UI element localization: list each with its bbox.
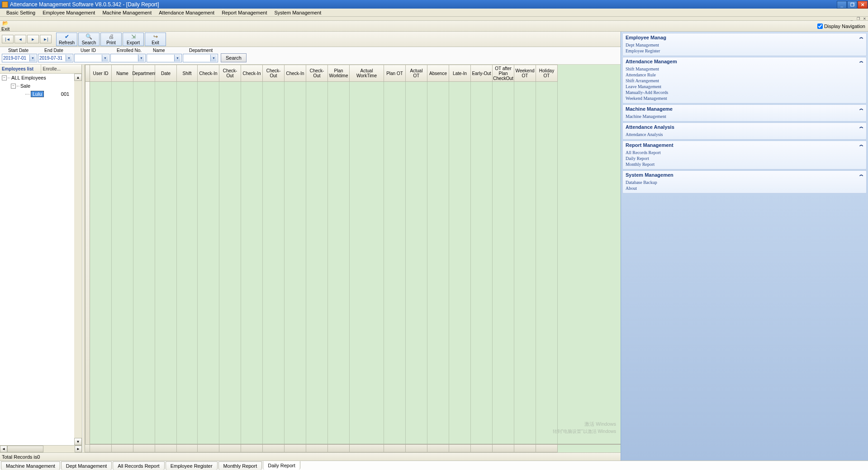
display-navigation-checkbox[interactable] — [817, 24, 823, 29]
nav-prev-button[interactable]: ◄ — [14, 35, 26, 43]
scroll-up-icon[interactable]: ▲ — [74, 74, 82, 81]
nav-group-header[interactable]: System Managemen︽ — [623, 171, 866, 179]
export-button[interactable]: ⇲ Export — [123, 33, 144, 46]
dept-combo[interactable]: ▼ — [183, 54, 218, 62]
grid-column-header[interactable]: Weekend OT — [514, 65, 536, 82]
menu-report-management[interactable]: Report Management — [218, 9, 270, 16]
menu-basic-setting[interactable]: Basic Setting — [3, 9, 39, 16]
grid-column-header[interactable]: Shift — [177, 65, 198, 82]
tree-body[interactable]: − ALL Employees − Sale Lulu 001 — [0, 74, 74, 445]
start-date-combo[interactable]: 2019-07-01▼ — [2, 54, 37, 62]
exit-button[interactable]: 📂 Exit — [1, 20, 9, 32]
chevron-down-icon[interactable]: ▼ — [29, 55, 36, 61]
nav-group-header[interactable]: Attendance Analysis︽ — [623, 123, 866, 131]
print-button[interactable]: 🖨 Print — [100, 33, 122, 46]
nav-item[interactable]: Shift Arrangement — [626, 78, 866, 84]
grid-column-header[interactable]: User ID — [90, 65, 112, 82]
tree-root-node[interactable]: − ALL Employees — [0, 74, 74, 82]
grid-column-header[interactable]: Date — [155, 65, 177, 82]
nav-item[interactable]: Machine Management — [626, 113, 866, 119]
nav-group-header[interactable]: Report Management︽ — [623, 141, 866, 149]
scroll-down-icon[interactable]: ▼ — [74, 438, 82, 445]
nav-item[interactable]: Manually-Add Records — [626, 89, 866, 95]
collapse-double-chevron-icon[interactable]: ︽ — [859, 106, 863, 112]
grid-column-header[interactable]: Check-Out — [219, 65, 241, 82]
grid-column-header[interactable]: Late-In — [449, 65, 471, 82]
nav-item[interactable]: Employee Register — [626, 48, 866, 54]
grid-column-header[interactable]: Check-In — [241, 65, 263, 82]
tree-vertical-scrollbar[interactable]: ▲ ▼ — [74, 74, 82, 445]
chevron-down-icon[interactable]: ▼ — [210, 55, 217, 61]
grid-column-header[interactable]: Plan OT — [384, 65, 406, 82]
collapse-double-chevron-icon[interactable]: ︽ — [859, 142, 863, 148]
display-navigation-toggle[interactable]: Display Navigation — [817, 24, 865, 29]
search-button[interactable]: 🔍 Search — [78, 33, 100, 46]
document-tab[interactable]: All Records Report — [113, 461, 164, 470]
nav-item[interactable]: Monthly Report — [626, 161, 866, 167]
grid-column-header[interactable]: Actual OT — [406, 65, 427, 82]
collapse-double-chevron-icon[interactable]: ︽ — [859, 124, 863, 130]
menu-machine-management[interactable]: Machine Management — [99, 9, 155, 16]
nav-item[interactable]: Attendance Rule — [626, 72, 866, 78]
document-tab[interactable]: Daily Report — [263, 461, 300, 470]
nav-group-header[interactable]: Employee Manag︽ — [623, 33, 866, 41]
grid-column-header[interactable]: Absence — [427, 65, 449, 82]
scroll-right-icon[interactable]: ► — [75, 446, 82, 452]
collapse-icon[interactable]: − — [11, 84, 16, 89]
nav-group-header[interactable]: Machine Manageme︽ — [623, 105, 866, 113]
grid-column-header[interactable]: Holiday OT — [536, 65, 558, 82]
grid-column-header[interactable]: Actual WorkTime — [350, 65, 384, 82]
close-button[interactable]: ✕ — [858, 1, 868, 9]
nav-item[interactable]: Dept Management — [626, 42, 866, 48]
grid-column-header[interactable]: Name — [112, 65, 133, 82]
document-tab[interactable]: Monthly Report — [218, 461, 262, 470]
grid-body[interactable]: 激活 Windows 转到"电脑设置"以激活 Windows — [90, 82, 621, 444]
nav-item[interactable]: Shift Management — [626, 66, 866, 72]
chevron-down-icon[interactable]: ▼ — [174, 55, 180, 61]
mdi-restore-icon[interactable]: ❐ — [855, 16, 861, 21]
collapse-icon[interactable]: − — [2, 75, 7, 80]
mdi-close-icon[interactable]: ✕ — [862, 16, 867, 21]
document-tab[interactable]: Employee Register — [166, 461, 218, 470]
tree-dept-node[interactable]: − Sale — [0, 82, 74, 90]
nav-item[interactable]: Leave Management — [626, 84, 866, 89]
menu-system-management[interactable]: System Management — [270, 9, 325, 16]
document-tab[interactable]: Dept Management — [61, 461, 112, 470]
refresh-button[interactable]: ✔ Refresh — [56, 33, 77, 46]
grid-column-header[interactable]: Check-In — [285, 65, 306, 82]
tree-header-enrolled[interactable]: Enrolle... — [41, 65, 82, 73]
nav-item[interactable]: Weekend Management — [626, 95, 866, 101]
nav-next-button[interactable]: ► — [27, 35, 39, 43]
filter-search-button[interactable]: Search — [221, 53, 247, 62]
menu-employee-management[interactable]: Employee Management — [39, 9, 99, 16]
document-tab[interactable]: Machine Management — [1, 461, 60, 470]
grid-column-header[interactable]: Department — [133, 65, 155, 82]
chevron-down-icon[interactable]: ▼ — [66, 55, 72, 61]
grid-column-header[interactable]: Check-Out — [263, 65, 285, 82]
tree-horizontal-scrollbar[interactable]: ◄ ► — [0, 445, 82, 452]
scroll-thumb[interactable] — [7, 446, 43, 452]
maximize-button[interactable]: ❐ — [847, 1, 857, 9]
enrolled-combo[interactable]: ▼ — [110, 54, 146, 62]
minimize-button[interactable]: _ — [837, 1, 847, 9]
nav-group-header[interactable]: Attendance Managem︽ — [623, 57, 866, 65]
nav-last-button[interactable]: ►| — [40, 35, 52, 43]
tree-header-employees[interactable]: Employees list — [0, 65, 41, 73]
nav-item[interactable]: All Records Report — [626, 150, 866, 155]
name-combo[interactable]: ▼ — [147, 54, 182, 62]
grid-column-header[interactable]: Early-Out — [471, 65, 493, 82]
nav-item[interactable]: Daily Report — [626, 155, 866, 161]
nav-item[interactable]: About — [626, 185, 866, 191]
scroll-left-icon[interactable]: ◄ — [0, 446, 7, 452]
grid-column-header[interactable]: Check-In — [198, 65, 219, 82]
chevron-down-icon[interactable]: ▼ — [138, 55, 144, 61]
collapse-double-chevron-icon[interactable]: ︽ — [859, 58, 863, 64]
end-date-combo[interactable]: 2019-07-31▼ — [38, 54, 73, 62]
menu-attendance-management[interactable]: Attendance Management — [155, 9, 218, 16]
nav-first-button[interactable]: |◄ — [2, 35, 14, 43]
toolbar-exit-button[interactable]: ↪ Exit — [145, 33, 166, 46]
tree-employee-node[interactable]: Lulu 001 — [0, 90, 74, 98]
mdi-minimize-icon[interactable]: _ — [849, 16, 854, 21]
grid-column-header[interactable]: OT after Plan CheckOut — [493, 65, 514, 82]
userid-combo[interactable]: ▼ — [74, 54, 109, 62]
